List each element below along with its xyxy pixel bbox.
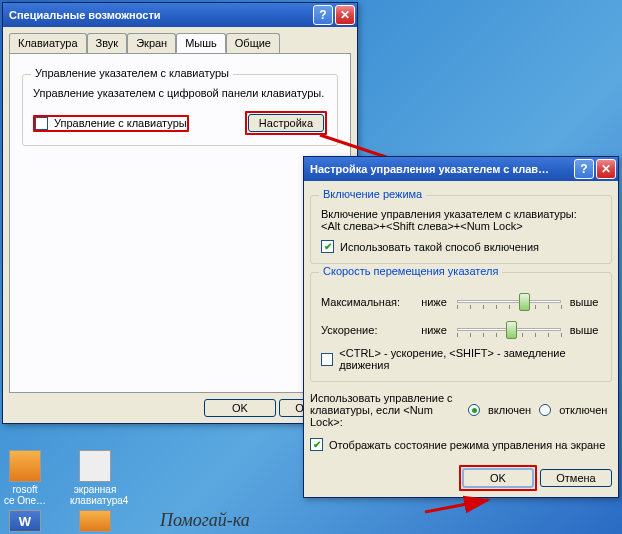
tab-keyboard[interactable]: Клавиатура — [9, 33, 87, 53]
speed-group: Скорость перемещения указателя Максималь… — [310, 272, 612, 382]
tab-panel: Управление указателем с клавиатуры Управ… — [9, 53, 351, 393]
tab-sound[interactable]: Звук — [87, 33, 128, 53]
close-button[interactable]: ✕ — [335, 5, 355, 25]
dialog-buttons: OK Отмена — [9, 399, 351, 417]
show-status-checkbox[interactable]: ✔ — [310, 438, 323, 451]
checkbox-label: Использовать такой способ включения — [340, 241, 539, 253]
keyboard-icon — [79, 450, 111, 482]
slider-high-label: выше — [567, 296, 601, 308]
acceleration-slider[interactable] — [457, 319, 561, 341]
ok-button[interactable]: OK — [204, 399, 276, 417]
settings-button[interactable]: Настройка — [248, 114, 324, 132]
dialog-buttons: OK Отмена — [310, 465, 612, 491]
group-description: Управление указателем с цифровой панели … — [33, 87, 327, 99]
watermark-text: Помогай-ка — [160, 510, 250, 531]
desktop-icon[interactable]: экранная клавиатура4 — [70, 450, 120, 506]
desktop-icon[interactable]: rosoft ce One… — [0, 450, 50, 506]
app-icon — [9, 450, 41, 482]
mousekeys-group: Управление указателем с клавиатуры Управ… — [22, 74, 338, 146]
ok-button[interactable]: OK — [462, 468, 534, 488]
titlebar[interactable]: Специальные возможности ? ✕ — [3, 3, 357, 27]
icon-label: rosoft ce One… — [0, 484, 50, 506]
group-legend: Управление указателем с клавиатуры — [31, 67, 233, 79]
tab-display[interactable]: Экран — [127, 33, 176, 53]
accel-label: Ускорение: — [321, 324, 411, 336]
cancel-button[interactable]: Отмена — [540, 469, 612, 487]
desktop-icon[interactable] — [70, 510, 120, 534]
tab-strip: Клавиатура Звук Экран Мышь Общие — [9, 33, 351, 54]
checkbox-label: Отображать состояние режима управления н… — [329, 439, 605, 451]
window-title: Специальные возможности — [9, 9, 311, 21]
radio-label: отключен — [559, 404, 607, 416]
max-speed-slider[interactable] — [457, 291, 561, 313]
mousekeys-settings-window: Настройка управления указателем с клав… … — [303, 156, 619, 498]
tab-mouse[interactable]: Мышь — [176, 33, 226, 53]
icon-label: экранная клавиатура4 — [70, 484, 120, 506]
slider-low-label: ниже — [417, 324, 451, 336]
activation-description: Включение управления указателем с клавиа… — [321, 208, 601, 232]
desktop-icon[interactable]: W — [0, 510, 50, 534]
mousekeys-checkbox[interactable] — [35, 117, 48, 130]
help-button[interactable]: ? — [313, 5, 333, 25]
numlock-off-radio[interactable] — [539, 404, 551, 416]
use-shortcut-checkbox[interactable]: ✔ — [321, 240, 334, 253]
svg-line-1 — [425, 500, 488, 512]
close-button[interactable]: ✕ — [596, 159, 616, 179]
numlock-text: Использовать управление с клавиатуры, ес… — [310, 392, 460, 428]
word-icon: W — [9, 510, 41, 532]
group-legend: Включение режима — [319, 188, 426, 200]
slider-high-label: выше — [567, 324, 601, 336]
titlebar[interactable]: Настройка управления указателем с клав… … — [304, 157, 618, 181]
ctrl-shift-checkbox[interactable] — [321, 353, 333, 366]
slider-low-label: ниже — [417, 296, 451, 308]
activation-group: Включение режима Включение управления ук… — [310, 195, 612, 264]
app-icon — [79, 510, 111, 532]
max-speed-label: Максимальная: — [321, 296, 411, 308]
help-button[interactable]: ? — [574, 159, 594, 179]
group-legend: Скорость перемещения указателя — [319, 265, 502, 277]
checkbox-label: <CTRL> - ускорение, <SHIFT> - замедление… — [339, 347, 601, 371]
checkbox-label: Управление с клавиатуры — [54, 117, 187, 129]
numlock-on-radio[interactable] — [468, 404, 480, 416]
tab-general[interactable]: Общие — [226, 33, 280, 53]
window-title: Настройка управления указателем с клав… — [310, 163, 572, 175]
radio-label: включен — [488, 404, 531, 416]
